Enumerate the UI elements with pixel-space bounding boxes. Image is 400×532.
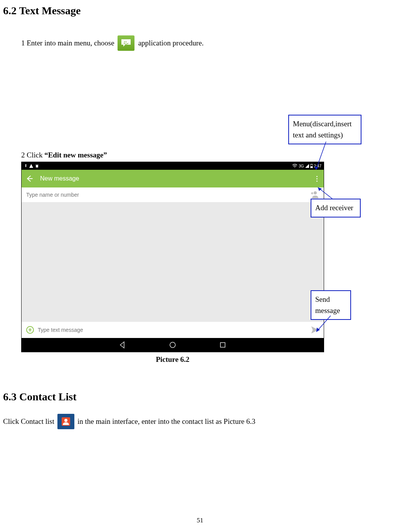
svg-point-4 — [37, 164, 38, 165]
overflow-menu-button[interactable] — [315, 174, 319, 184]
compose-row: + — [22, 322, 324, 338]
wifi-icon — [292, 164, 297, 168]
svg-point-1 — [125, 42, 126, 42]
message-input[interactable] — [38, 327, 307, 333]
callout-add-receiver-leader — [317, 186, 340, 202]
nav-recent-icon[interactable] — [219, 341, 227, 349]
app-bar: New message — [22, 170, 324, 187]
signal-icon — [305, 164, 309, 168]
svg-point-5 — [294, 167, 295, 167]
svg-rect-7 — [311, 166, 313, 168]
svg-line-12 — [316, 142, 326, 170]
usb-icon — [24, 164, 28, 168]
android-icon — [35, 164, 39, 168]
svg-rect-8 — [311, 164, 312, 164]
svg-rect-2 — [36, 165, 38, 167]
step2-bold-text: “Edit new message” — [44, 151, 107, 159]
figure-caption: Picture 6.2 — [21, 355, 324, 364]
callout-menu-leader — [314, 142, 330, 172]
messaging-app-icon — [118, 35, 134, 51]
svg-marker-13 — [314, 166, 318, 170]
callout-send-leader — [315, 316, 338, 335]
svg-rect-11 — [220, 343, 225, 347]
message-body-area — [22, 202, 324, 322]
contacts-app-icon — [57, 414, 74, 429]
navigation-bar — [22, 338, 324, 352]
section-title-6-2: 6.2 Text Message — [3, 5, 400, 17]
nav-back-icon[interactable] — [119, 341, 126, 349]
battery-icon — [310, 164, 313, 168]
recipient-input[interactable] — [26, 192, 310, 198]
section-title-6-3: 6.3 Contact List — [3, 391, 400, 403]
nav-home-icon[interactable] — [169, 341, 176, 349]
svg-point-0 — [124, 42, 124, 42]
svg-point-3 — [36, 164, 37, 165]
network-type: 3G — [299, 164, 304, 168]
step1-pre-text: 1 Enter into main menu, choose — [21, 39, 114, 47]
callout-menu: Menu(discard,insert text and settings) — [288, 115, 361, 144]
step1-post-text: application procedure. — [138, 39, 204, 47]
contact-post-text: in the main interface, enter into the co… — [77, 417, 255, 426]
recipient-row — [22, 187, 324, 202]
svg-marker-15 — [318, 187, 322, 191]
svg-point-9 — [314, 191, 317, 194]
app-bar-title: New message — [40, 175, 79, 182]
step2-pre-text: 2 Click — [21, 151, 44, 159]
svg-point-19 — [64, 419, 67, 422]
svg-point-10 — [170, 342, 175, 348]
contact-pre-text: Click Contact list — [3, 417, 54, 426]
attach-button[interactable]: + — [26, 326, 34, 334]
warning-icon — [29, 164, 34, 168]
page-number: 51 — [0, 517, 400, 524]
android-screenshot: 3G 2:47 New message — [21, 162, 324, 352]
status-bar: 3G 2:47 — [22, 162, 324, 170]
back-icon[interactable] — [26, 175, 33, 182]
